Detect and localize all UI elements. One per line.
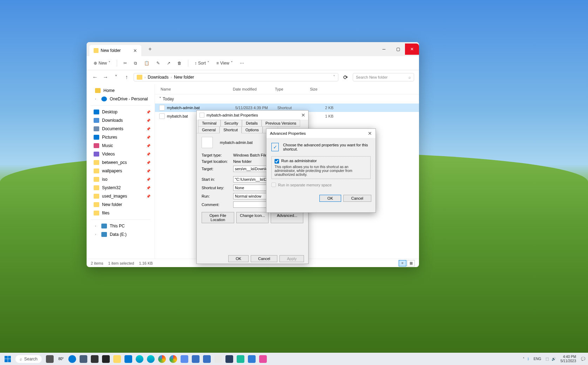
tab-general[interactable]: General	[198, 126, 219, 133]
cut-button[interactable]: ✂	[121, 59, 129, 67]
chevron-down-icon[interactable]: ˅	[333, 75, 335, 80]
run-as-admin-label[interactable]: Run as administrator	[281, 159, 317, 163]
breadcrumb-item[interactable]: New folder	[174, 75, 194, 80]
taskbar-app[interactable]	[146, 354, 156, 364]
breadcrumb-item[interactable]: Downloads	[148, 75, 168, 80]
column-type[interactable]: Type	[275, 87, 310, 91]
sidebar-folder[interactable]: between_pcs📌	[87, 158, 155, 167]
sidebar-videos[interactable]: Videos📌	[87, 150, 155, 158]
start-button[interactable]	[3, 354, 13, 364]
notifications-icon[interactable]: 💬	[581, 357, 585, 361]
explorer-tab[interactable]: New folder ✕	[89, 45, 141, 56]
taskbar-app[interactable]	[123, 354, 134, 364]
advanced-button[interactable]: Advanced...	[271, 212, 303, 223]
ok-button[interactable]: OK	[319, 195, 341, 202]
sidebar-home[interactable]: Home	[87, 86, 155, 95]
taskbar-app[interactable]	[78, 354, 89, 364]
ok-button[interactable]: OK	[228, 255, 249, 262]
rename-button[interactable]: ✎	[154, 59, 162, 67]
maximize-button[interactable]: ▢	[391, 44, 405, 55]
sidebar-documents[interactable]: Documents📌	[87, 125, 155, 133]
view-button[interactable]: ≡ View ˅	[214, 59, 235, 67]
column-name[interactable]: Name	[159, 87, 233, 91]
folder-icon	[94, 211, 99, 215]
paste-button[interactable]: 📋	[142, 59, 151, 67]
close-button[interactable]: ✕	[405, 44, 419, 55]
cancel-button[interactable]: Cancel	[343, 195, 371, 202]
open-file-location-button[interactable]: Open File Location	[202, 212, 234, 223]
tab-options[interactable]: Options	[242, 126, 263, 133]
sidebar-drive[interactable]: ›Data (E:)	[87, 230, 155, 239]
close-button[interactable]: ✕	[368, 131, 372, 136]
taskbar-app[interactable]	[224, 354, 235, 364]
recent-button[interactable]: ˅	[113, 74, 120, 81]
tab-details[interactable]: Details	[242, 120, 262, 127]
more-button[interactable]: ⋯	[238, 59, 246, 67]
taskbar-app[interactable]	[101, 354, 111, 364]
delete-button[interactable]: 🗑	[175, 59, 184, 67]
sidebar-folder[interactable]: New folder	[87, 200, 155, 209]
task-view-button[interactable]	[45, 354, 55, 364]
sidebar-folder[interactable]: files	[87, 209, 155, 217]
run-as-admin-checkbox[interactable]	[275, 159, 279, 164]
column-size[interactable]: Size	[310, 87, 331, 91]
close-button[interactable]: ✕	[301, 112, 305, 118]
close-tab-icon[interactable]: ✕	[133, 48, 137, 53]
chrome-taskbar[interactable]	[157, 354, 167, 364]
tray-chevron-icon[interactable]: ˄	[523, 357, 525, 361]
search-input[interactable]: Search New folder ⌕	[353, 73, 414, 81]
sidebar-desktop[interactable]: Desktop📌	[87, 108, 155, 116]
weather-widget[interactable]: 80°	[56, 354, 66, 364]
up-button[interactable]: ↑	[123, 74, 130, 81]
sidebar-downloads[interactable]: Downloads📌	[87, 116, 155, 125]
column-date[interactable]: Date modified	[233, 87, 275, 91]
file-explorer-taskbar[interactable]	[112, 354, 122, 364]
taskbar-search[interactable]: ⌕ Search	[15, 355, 42, 363]
network-icon[interactable]: ⬚	[546, 357, 549, 361]
details-view-button[interactable]: ≡	[399, 260, 406, 266]
sidebar-folder[interactable]: wallpapers📌	[87, 167, 155, 175]
sidebar-folder[interactable]: iso📌	[87, 175, 155, 184]
forward-button[interactable]: →	[102, 74, 109, 81]
sidebar-pictures[interactable]: Pictures📌	[87, 133, 155, 141]
back-button[interactable]: ←	[92, 74, 99, 81]
breadcrumb[interactable]: › Downloads › New folder ˅	[134, 73, 338, 81]
copy-button[interactable]: ⧉	[132, 59, 139, 67]
taskbar-app[interactable]	[190, 354, 201, 364]
cancel-button[interactable]: Cancel	[251, 255, 277, 262]
apply-button[interactable]: Apply	[279, 255, 304, 262]
taskbar-app[interactable]	[67, 354, 77, 364]
edge-taskbar[interactable]	[134, 354, 145, 364]
icons-view-button[interactable]: ▦	[407, 260, 415, 266]
taskbar-app[interactable]	[213, 354, 223, 364]
new-tab-button[interactable]: +	[148, 46, 151, 52]
share-button[interactable]: ↗	[165, 59, 173, 67]
taskbar-app[interactable]	[258, 354, 268, 364]
tab-security[interactable]: Security	[221, 120, 242, 127]
sidebar-folder[interactable]: System32📌	[87, 184, 155, 192]
taskbar-app[interactable]	[168, 354, 178, 364]
group-today[interactable]: ˅ Today	[155, 94, 419, 104]
tab-terminal[interactable]: Terminal	[198, 120, 221, 127]
tab-previous-versions[interactable]: Previous Versions	[262, 120, 300, 127]
refresh-button[interactable]: ⟳	[342, 73, 349, 82]
language-indicator[interactable]: ENG	[532, 357, 543, 361]
sidebar-music[interactable]: Music📌	[87, 141, 155, 150]
sort-button[interactable]: ↕ Sort ˅	[192, 59, 211, 67]
tab-shortcut[interactable]: Shortcut	[219, 126, 242, 133]
clock[interactable]: 4:40 PM 5/11/2023	[559, 355, 579, 363]
change-icon-button[interactable]: Change Icon...	[236, 212, 269, 223]
taskbar-app[interactable]	[179, 354, 190, 364]
sidebar-thispc[interactable]: ›This PC	[87, 222, 155, 230]
sidebar-onedrive[interactable]: ›OneDrive - Personal	[87, 95, 155, 103]
taskbar-app[interactable]	[202, 354, 212, 364]
minimize-button[interactable]: ─	[377, 44, 391, 55]
taskbar-app[interactable]	[246, 354, 257, 364]
taskbar-app[interactable]	[235, 354, 246, 364]
new-button[interactable]: ⊕ New ˅	[92, 59, 113, 67]
taskbar-app[interactable]	[89, 354, 100, 364]
folder-icon	[94, 160, 99, 165]
bluetooth-icon[interactable]: ᛒ	[527, 357, 529, 361]
sidebar-folder[interactable]: used_images📌	[87, 192, 155, 200]
volume-icon[interactable]: 🔊	[552, 357, 556, 361]
